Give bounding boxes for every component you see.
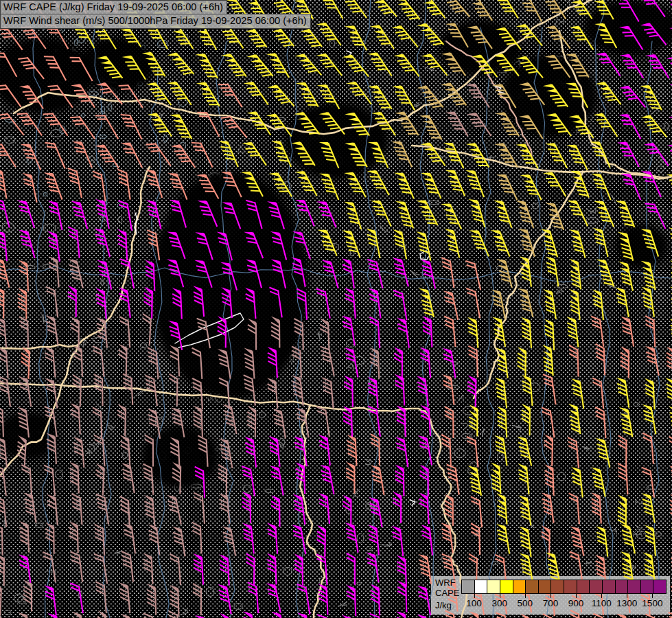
map-title-cape-text: WRF CAPE (J/kg) Friday 19-09-2025 06:00 …	[3, 1, 223, 12]
legend-label-units: J/kg	[435, 601, 452, 610]
cape-color-cell-5	[526, 580, 539, 593]
cape-tick-mark	[525, 593, 526, 598]
cape-legend: WRF CAPE J/kg 10030050070090011001300150…	[430, 575, 671, 615]
cape-tick-mark	[652, 593, 653, 598]
wrf-weather-map-view: WRF CAPE J/kg 10030050070090011001300150…	[0, 0, 672, 618]
cape-color-cell-8	[564, 580, 577, 593]
cape-tick-mark	[601, 593, 602, 598]
cape-color-cell-2	[487, 580, 500, 593]
cape-color-cell-14	[641, 580, 654, 593]
cape-tick-mark	[474, 593, 475, 598]
map-title-windshear: WRF Wind shear (m/s) 500/1000hPa Friday …	[0, 14, 311, 29]
cape-color-cell-12	[616, 580, 629, 593]
cape-tick-label: 1500	[637, 598, 667, 608]
cape-color-cell-0	[462, 580, 475, 593]
cape-colorbar	[461, 580, 667, 594]
cape-color-cell-10	[590, 580, 603, 593]
cape-color-cell-9	[577, 580, 590, 593]
cape-color-cell-13	[628, 580, 641, 593]
map-title-windshear-text: WRF Wind shear (m/s) 500/1000hPa Friday …	[3, 15, 307, 26]
map-title-cape: WRF CAPE (J/kg) Friday 19-09-2025 06:00 …	[0, 0, 227, 15]
cape-color-cell-1	[475, 580, 488, 593]
wrf-map	[0, 0, 672, 618]
cape-tick-mark	[576, 593, 577, 598]
cape-color-cell-4	[513, 580, 526, 593]
cape-tick-mark	[551, 593, 551, 598]
legend-label-wrf: WRF	[435, 578, 456, 587]
cape-color-cell-15	[653, 580, 666, 593]
cape-color-cell-7	[551, 580, 564, 593]
cape-tick-mark	[627, 593, 627, 598]
wind-shear-barbs	[0, 0, 672, 618]
cape-color-cell-3	[500, 580, 513, 593]
cape-color-cell-11	[603, 580, 616, 593]
legend-label-cape: CAPE	[435, 588, 459, 597]
cape-color-cell-6	[539, 580, 552, 593]
cape-tick-mark	[500, 593, 500, 598]
